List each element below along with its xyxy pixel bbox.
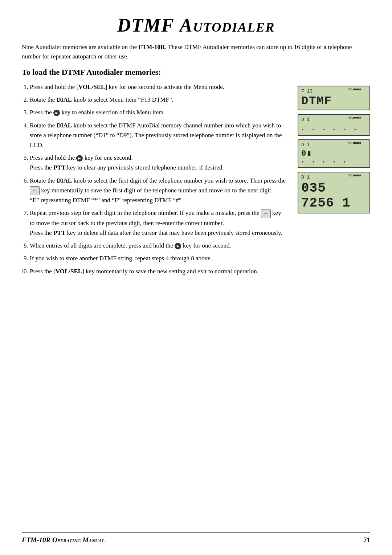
lcd-display-1: VOL■■■■■ F 13 DTMF (298, 86, 370, 110)
lcd1-vol: VOL■■■■■ (348, 88, 367, 91)
step-5: Press and hold the ► key for one second.… (30, 153, 287, 172)
instructions-list: Press and hold the [VOL/SEL] key for one… (22, 82, 287, 279)
lcd-display-3: VOL■■■■■ D 1 0▮ • • • • • (298, 139, 370, 168)
play-icon-1: ► (53, 110, 60, 116)
step-8: When entries of all digits are complete,… (30, 241, 287, 250)
lcd-display-2: VOL■■■■■ D 1 • • • • • • (298, 114, 370, 136)
step-4: Rotate the DIAL knob to select the DTMF … (30, 121, 287, 150)
step-7: Repeat previous step for each digit in t… (30, 208, 287, 238)
steps-list: Press and hold the [VOL/SEL] key for one… (22, 82, 287, 276)
step-5-sub: Press the PTT key to clear any previousl… (30, 164, 224, 171)
step-10: Press the [VOL/SEL] key momentarily to s… (30, 266, 287, 276)
volsel-key-2: VOL/SEL (56, 268, 82, 275)
lcd1-main: DTMF (301, 95, 367, 107)
page-footer: FTM-10R Operating Manual 71 (22, 532, 370, 544)
step-1: Press and hold the [VOL/SEL] key for one… (30, 82, 287, 92)
lcd-display-4: VOL■■■■■ D 1 035 7256 1 (298, 172, 370, 213)
step-6: Rotate the DIAL knob to select the first… (30, 176, 287, 205)
lcd4-main: 035 7256 1 (301, 181, 367, 211)
footer-manual-title: FTM-10R Operating Manual (22, 536, 105, 544)
main-content: Press and hold the [VOL/SEL] key for one… (22, 82, 370, 279)
step-6-sub: “E” representing DTMF “*” and “F” repres… (30, 197, 181, 204)
section-heading: To load the DTMF Autodialer memories: (22, 68, 370, 77)
lcd3-dots: • • • • • (301, 159, 367, 165)
title-autodialer: Autodialer (180, 15, 275, 36)
play-icon-2: ► (76, 155, 83, 162)
play-icon-3: ► (175, 243, 181, 249)
lcd3-main: 0▮ (301, 148, 367, 158)
step-9: If you wish to store another DTMF string… (30, 253, 287, 263)
step-3: Press the ► key to enable selection of t… (30, 107, 287, 117)
intro-paragraph: Nine Autodialer memories are available o… (22, 42, 370, 61)
lcd4-vol: VOL■■■■■ (348, 174, 367, 177)
page-title: DTMF Autodialer (22, 15, 370, 36)
back-arrow-key-2: ← (261, 209, 271, 218)
step-7-sub: Press the PTT key to delete all data aft… (30, 229, 282, 236)
lcd2-dots: • • • • • • (301, 127, 367, 133)
title-dtmf: DTMF (117, 15, 180, 36)
lcd2-vol: VOL■■■■■ (348, 116, 367, 120)
volsel-key-1: VOL/SEL (78, 83, 105, 90)
step-2: Rotate the DIAL knob to select Menu Item… (30, 95, 287, 105)
lcd-column: VOL■■■■■ F 13 DTMF VOL■■■■■ D 1 • • • • … (298, 86, 370, 213)
footer-page-number: 71 (363, 536, 370, 544)
back-arrow-key-1: ← (30, 186, 40, 195)
lcd3-vol: VOL■■■■■ (348, 142, 367, 145)
